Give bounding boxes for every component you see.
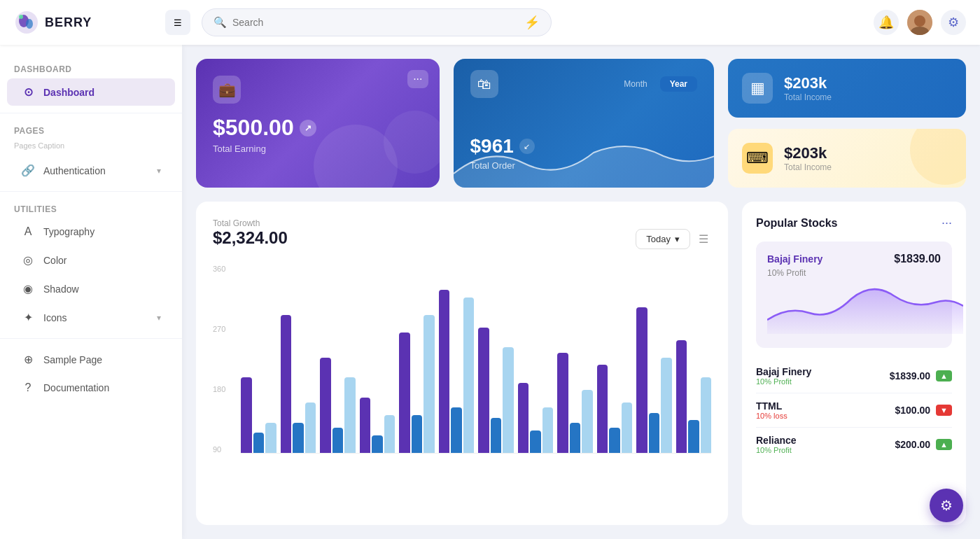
income-yellow-label: Total Income bbox=[784, 162, 832, 172]
header: BERRY ☰ 🔍 ⚡ 🔔 ⚙ bbox=[0, 0, 980, 45]
stock-name: Bajaj Finery bbox=[756, 366, 811, 377]
stock-trend-badge: ▲ bbox=[936, 370, 952, 382]
menu-icon: ☰ bbox=[174, 18, 182, 28]
growth-title: Total Growth bbox=[213, 218, 288, 228]
income-blue-icon: ▦ bbox=[742, 73, 773, 104]
sidebar-item-icons[interactable]: ✦ Icons ▾ bbox=[7, 304, 175, 331]
bar-light bbox=[661, 358, 672, 453]
bar-blue bbox=[649, 413, 660, 453]
bar-light bbox=[503, 347, 514, 453]
stock-list-item: Reliance10% Profit$200.00▲ bbox=[756, 428, 952, 461]
notification-button[interactable]: 🔔 bbox=[874, 10, 899, 35]
income-card-yellow: ⌨ $203k Total Income bbox=[728, 129, 966, 188]
order-tab-month[interactable]: Month bbox=[614, 76, 657, 92]
bar-blue bbox=[530, 430, 541, 453]
sidebar-item-typography[interactable]: A Typography bbox=[7, 218, 175, 245]
bar-purple bbox=[597, 365, 608, 453]
bar-purple bbox=[557, 353, 568, 453]
filter-icon[interactable]: ⚡ bbox=[524, 15, 540, 30]
sidebar-divider-1 bbox=[0, 113, 182, 113]
stock-profit: 10% Profit bbox=[756, 446, 797, 454]
sidebar-pages-caption: Pages Caption bbox=[0, 139, 182, 155]
stock-profit: 10% loss bbox=[756, 412, 788, 420]
avatar bbox=[907, 10, 932, 35]
earning-arrow-icon: ↗ bbox=[300, 120, 316, 136]
bar-group bbox=[360, 265, 396, 453]
svg-point-3 bbox=[19, 15, 23, 19]
featured-stock-name: Bajaj Finery bbox=[767, 253, 822, 265]
bar-group bbox=[597, 265, 633, 453]
chart-menu-button[interactable]: ☰ bbox=[696, 230, 711, 248]
sidebar-item-documentation[interactable]: ? Documentation bbox=[7, 374, 175, 401]
sidebar-item-dashboard[interactable]: ⊙ Dashboard bbox=[7, 78, 175, 106]
sidebar-item-color[interactable]: ◎ Color bbox=[7, 246, 175, 274]
main-content: ··· 💼 $500.00 ↗ Total Earning 🛍 Month Ye… bbox=[182, 45, 980, 539]
today-button[interactable]: Today ▾ bbox=[636, 229, 690, 249]
stock-trend-badge: ▼ bbox=[936, 405, 952, 416]
dropdown-icon: ▾ bbox=[675, 234, 680, 244]
bottom-row: Total Growth $2,324.00 Today ▾ ☰ 360 bbox=[196, 202, 966, 525]
sidebar-item-shadow[interactable]: ◉ Shadow bbox=[7, 275, 175, 302]
order-card: 🛍 Month Year $961 ↙ Total Order bbox=[454, 59, 714, 188]
stocks-more-button[interactable]: ··· bbox=[941, 216, 952, 230]
bar-group bbox=[241, 265, 276, 453]
income-blue-label: Total Income bbox=[784, 92, 832, 102]
sidebar-item-authentication[interactable]: 🔗 Authentication ▾ bbox=[7, 157, 175, 184]
typography-icon: A bbox=[21, 225, 35, 238]
sample-page-icon: ⊕ bbox=[21, 353, 35, 366]
sidebar: Dashboard ⊙ Dashboard Pages Pages Captio… bbox=[0, 45, 182, 539]
y-axis-labels: 360 270 180 90 bbox=[213, 265, 234, 454]
shadow-icon: ◉ bbox=[21, 282, 35, 295]
bar-purple bbox=[241, 377, 252, 453]
bar-light bbox=[463, 298, 475, 453]
icons-chevron-icon: ▾ bbox=[157, 313, 161, 323]
earning-card: ··· 💼 $500.00 ↗ Total Earning bbox=[196, 59, 440, 188]
bar-group bbox=[478, 265, 514, 453]
bar-purple bbox=[360, 398, 371, 453]
stock-price: $200.00 bbox=[895, 439, 931, 450]
main-layout: Dashboard ⊙ Dashboard Pages Pages Captio… bbox=[0, 45, 980, 539]
bar-blue bbox=[412, 415, 423, 453]
bar-blue bbox=[491, 418, 502, 453]
order-chart bbox=[454, 132, 714, 188]
bar-light bbox=[622, 402, 633, 453]
menu-button[interactable]: ☰ bbox=[165, 10, 190, 35]
bar-purple bbox=[320, 358, 331, 453]
bar-group bbox=[320, 265, 356, 453]
y-label-360: 360 bbox=[213, 265, 234, 273]
growth-chart-card: Total Growth $2,324.00 Today ▾ ☰ 360 bbox=[196, 202, 728, 525]
income-yellow-amount: $203k bbox=[784, 144, 832, 162]
bar-group bbox=[439, 265, 475, 453]
featured-stock-profit: 10% Profit bbox=[767, 268, 941, 278]
stock-price: $1839.00 bbox=[890, 370, 930, 382]
stock-list-item: Bajaj Finery10% Profit$1839.00▲ bbox=[756, 359, 952, 393]
y-label-90: 90 bbox=[213, 445, 234, 454]
y-label-270: 270 bbox=[213, 325, 234, 333]
y-label-180: 180 bbox=[213, 385, 234, 393]
bar-light bbox=[582, 390, 593, 453]
fab-settings-button[interactable]: ⚙ bbox=[930, 489, 963, 522]
sidebar-item-dashboard-label: Dashboard bbox=[43, 87, 94, 98]
stocks-header: Popular Stocks ··· bbox=[756, 216, 952, 230]
color-icon: ◎ bbox=[21, 253, 35, 267]
notification-icon: 🔔 bbox=[878, 15, 894, 30]
settings-button[interactable]: ⚙ bbox=[941, 10, 966, 35]
search-input[interactable] bbox=[232, 17, 519, 28]
bar-blue bbox=[372, 435, 383, 453]
stock-trend-badge: ▲ bbox=[936, 439, 952, 450]
stock-profit: 10% Profit bbox=[756, 377, 811, 386]
wallet-icon: 💼 bbox=[213, 76, 241, 104]
fab-settings-icon: ⚙ bbox=[940, 497, 953, 514]
earning-card-more-button[interactable]: ··· bbox=[407, 70, 428, 88]
stock-right: $1839.00▲ bbox=[890, 370, 952, 382]
bar-light bbox=[305, 402, 316, 453]
sidebar-item-shadow-label: Shadow bbox=[43, 284, 79, 295]
bar-blue bbox=[570, 423, 581, 453]
order-tab-year[interactable]: Year bbox=[660, 76, 697, 92]
order-card-header: 🛍 Month Year bbox=[470, 70, 697, 98]
bar-light bbox=[265, 423, 276, 453]
bar-light bbox=[701, 377, 712, 453]
sidebar-item-sample-page[interactable]: ⊕ Sample Page bbox=[7, 346, 175, 373]
sidebar-section-pages: Pages bbox=[0, 120, 182, 139]
growth-header: Total Growth $2,324.00 Today ▾ ☰ bbox=[213, 218, 711, 259]
